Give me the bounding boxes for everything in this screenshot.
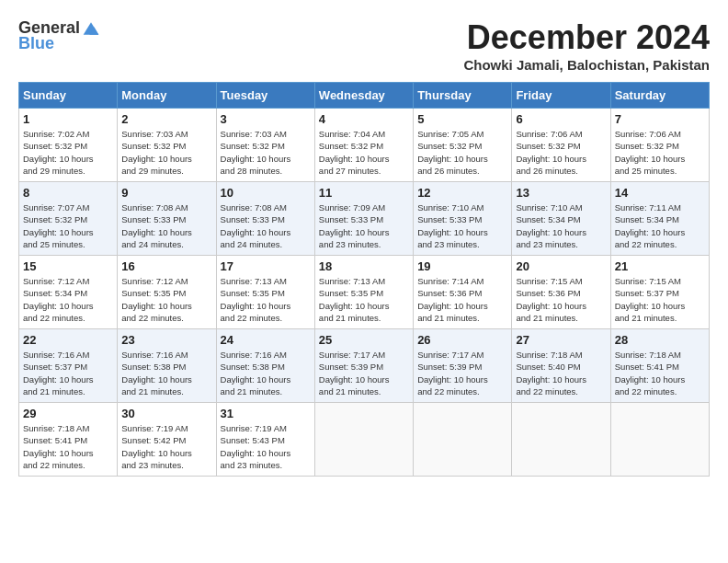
calendar-week-row: 8 Sunrise: 7:07 AM Sunset: 5:32 PM Dayli… [19,182,710,256]
day-info: Sunrise: 7:11 AM Sunset: 5:34 PM Dayligh… [615,201,705,250]
day-info: Sunrise: 7:09 AM Sunset: 5:33 PM Dayligh… [319,201,409,250]
calendar-cell: 28 Sunrise: 7:18 AM Sunset: 5:41 PM Dayl… [610,329,709,403]
day-info: Sunrise: 7:18 AM Sunset: 5:40 PM Dayligh… [516,349,606,397]
calendar-body: 1 Sunrise: 7:02 AM Sunset: 5:32 PM Dayli… [19,109,710,477]
day-number: 5 [417,112,507,126]
day-number: 11 [319,186,409,200]
calendar-cell: 25 Sunrise: 7:17 AM Sunset: 5:39 PM Dayl… [314,329,413,403]
calendar-cell: 16 Sunrise: 7:12 AM Sunset: 5:35 PM Dayl… [118,256,216,329]
calendar-cell: 6 Sunrise: 7:06 AM Sunset: 5:32 PM Dayli… [512,109,610,182]
page-header: General Blue December 2024 Chowki Jamali… [18,18,710,73]
calendar-cell: 12 Sunrise: 7:10 AM Sunset: 5:33 PM Dayl… [414,182,512,256]
day-info: Sunrise: 7:06 AM Sunset: 5:32 PM Dayligh… [516,128,606,177]
day-number: 29 [23,407,113,420]
calendar-cell: 24 Sunrise: 7:16 AM Sunset: 5:38 PM Dayl… [216,329,314,403]
calendar-cell: 29 Sunrise: 7:18 AM Sunset: 5:41 PM Dayl… [19,403,118,477]
day-number: 2 [121,112,211,126]
day-info: Sunrise: 7:18 AM Sunset: 5:41 PM Dayligh… [23,422,113,471]
day-info: Sunrise: 7:03 AM Sunset: 5:32 PM Dayligh… [221,128,311,177]
title-section: December 2024 Chowki Jamali, Balochistan… [463,18,710,73]
calendar-cell: 17 Sunrise: 7:13 AM Sunset: 5:35 PM Dayl… [216,256,314,329]
calendar-cell: 8 Sunrise: 7:07 AM Sunset: 5:32 PM Dayli… [19,182,118,256]
day-number: 3 [221,112,311,126]
day-info: Sunrise: 7:08 AM Sunset: 5:33 PM Dayligh… [221,201,311,250]
day-info: Sunrise: 7:10 AM Sunset: 5:33 PM Dayligh… [417,201,507,250]
day-number: 31 [221,407,311,420]
calendar-header-row: SundayMondayTuesdayWednesdayThursdayFrid… [19,83,710,109]
day-info: Sunrise: 7:15 AM Sunset: 5:37 PM Dayligh… [615,275,705,324]
calendar-week-row: 29 Sunrise: 7:18 AM Sunset: 5:41 PM Dayl… [19,403,710,477]
day-number: 23 [121,333,211,347]
day-info: Sunrise: 7:16 AM Sunset: 5:38 PM Dayligh… [221,349,311,397]
calendar-header-saturday: Saturday [610,83,709,109]
calendar-cell: 22 Sunrise: 7:16 AM Sunset: 5:37 PM Dayl… [19,329,118,403]
logo-icon [82,19,100,38]
day-number: 26 [417,333,507,347]
day-info: Sunrise: 7:07 AM Sunset: 5:32 PM Dayligh… [23,201,113,250]
calendar-cell: 10 Sunrise: 7:08 AM Sunset: 5:33 PM Dayl… [216,182,314,256]
day-info: Sunrise: 7:03 AM Sunset: 5:32 PM Dayligh… [121,128,211,177]
calendar-cell: 4 Sunrise: 7:04 AM Sunset: 5:32 PM Dayli… [314,109,413,182]
calendar-cell [610,403,709,477]
calendar-table: SundayMondayTuesdayWednesdayThursdayFrid… [18,82,710,477]
day-number: 12 [417,186,507,200]
day-number: 17 [221,259,311,273]
day-number: 4 [319,112,409,126]
calendar-cell: 20 Sunrise: 7:15 AM Sunset: 5:36 PM Dayl… [512,256,610,329]
day-number: 20 [516,259,606,273]
day-info: Sunrise: 7:12 AM Sunset: 5:34 PM Dayligh… [23,275,113,324]
calendar-cell: 5 Sunrise: 7:05 AM Sunset: 5:32 PM Dayli… [414,109,512,182]
day-number: 22 [23,333,113,347]
calendar-header-thursday: Thursday [414,83,512,109]
calendar-cell [414,403,512,477]
calendar-week-row: 15 Sunrise: 7:12 AM Sunset: 5:34 PM Dayl… [19,256,710,329]
day-info: Sunrise: 7:13 AM Sunset: 5:35 PM Dayligh… [221,275,311,324]
calendar-header-wednesday: Wednesday [314,83,413,109]
day-info: Sunrise: 7:04 AM Sunset: 5:32 PM Dayligh… [319,128,409,177]
day-number: 1 [23,112,113,126]
day-info: Sunrise: 7:08 AM Sunset: 5:33 PM Dayligh… [121,201,211,250]
calendar-header-monday: Monday [118,83,216,109]
day-number: 25 [319,333,409,347]
day-number: 8 [23,186,113,200]
day-info: Sunrise: 7:12 AM Sunset: 5:35 PM Dayligh… [121,275,211,324]
day-info: Sunrise: 7:05 AM Sunset: 5:32 PM Dayligh… [417,128,507,177]
day-info: Sunrise: 7:13 AM Sunset: 5:35 PM Dayligh… [319,275,409,324]
day-number: 13 [516,186,606,200]
day-number: 18 [319,259,409,273]
calendar-cell [512,403,610,477]
calendar-cell: 27 Sunrise: 7:18 AM Sunset: 5:40 PM Dayl… [512,329,610,403]
day-info: Sunrise: 7:17 AM Sunset: 5:39 PM Dayligh… [319,349,409,397]
calendar-week-row: 1 Sunrise: 7:02 AM Sunset: 5:32 PM Dayli… [19,109,710,182]
day-number: 30 [121,407,211,420]
calendar-cell: 11 Sunrise: 7:09 AM Sunset: 5:33 PM Dayl… [314,182,413,256]
calendar-cell: 14 Sunrise: 7:11 AM Sunset: 5:34 PM Dayl… [610,182,709,256]
calendar-header-tuesday: Tuesday [216,83,314,109]
calendar-cell: 7 Sunrise: 7:06 AM Sunset: 5:32 PM Dayli… [610,109,709,182]
day-info: Sunrise: 7:16 AM Sunset: 5:38 PM Dayligh… [121,349,211,397]
day-number: 6 [516,112,606,126]
day-number: 14 [615,186,705,200]
calendar-header-friday: Friday [512,83,610,109]
calendar-cell: 19 Sunrise: 7:14 AM Sunset: 5:36 PM Dayl… [414,256,512,329]
calendar-cell: 13 Sunrise: 7:10 AM Sunset: 5:34 PM Dayl… [512,182,610,256]
day-number: 28 [615,333,705,347]
day-info: Sunrise: 7:02 AM Sunset: 5:32 PM Dayligh… [23,128,113,177]
calendar-cell: 2 Sunrise: 7:03 AM Sunset: 5:32 PM Dayli… [118,109,216,182]
day-info: Sunrise: 7:18 AM Sunset: 5:41 PM Dayligh… [615,349,705,397]
logo: General Blue [18,18,100,53]
day-number: 24 [221,333,311,347]
calendar-cell: 21 Sunrise: 7:15 AM Sunset: 5:37 PM Dayl… [610,256,709,329]
calendar-cell: 3 Sunrise: 7:03 AM Sunset: 5:32 PM Dayli… [216,109,314,182]
calendar-cell: 1 Sunrise: 7:02 AM Sunset: 5:32 PM Dayli… [19,109,118,182]
logo-blue: Blue [18,34,54,53]
calendar-cell: 15 Sunrise: 7:12 AM Sunset: 5:34 PM Dayl… [19,256,118,329]
day-info: Sunrise: 7:10 AM Sunset: 5:34 PM Dayligh… [516,201,606,250]
calendar-cell: 9 Sunrise: 7:08 AM Sunset: 5:33 PM Dayli… [118,182,216,256]
day-info: Sunrise: 7:19 AM Sunset: 5:43 PM Dayligh… [221,422,311,471]
day-info: Sunrise: 7:15 AM Sunset: 5:36 PM Dayligh… [516,275,606,324]
location-subtitle: Chowki Jamali, Balochistan, Pakistan [463,57,710,73]
day-info: Sunrise: 7:14 AM Sunset: 5:36 PM Dayligh… [417,275,507,324]
day-number: 10 [221,186,311,200]
day-number: 15 [23,259,113,273]
